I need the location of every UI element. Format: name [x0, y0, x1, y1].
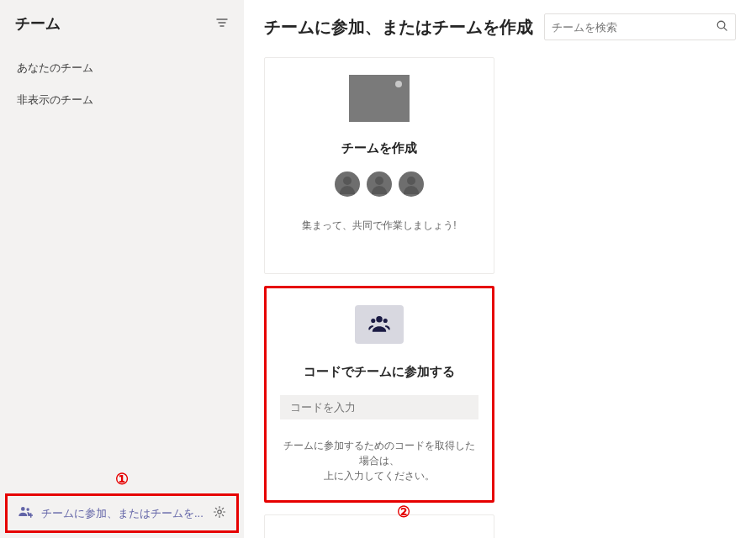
svg-point-2 — [218, 510, 221, 514]
main: チームに参加、またはチームを作成 チームを作成 集まって、共同で作業しま — [244, 0, 756, 538]
join-code-card-wrapper: コードでチームに参加する チームに参加するためのコードを取得した場合は、 上に入… — [264, 286, 494, 503]
filter-icon[interactable] — [215, 16, 229, 32]
join-code-title: コードでチームに参加する — [304, 364, 455, 380]
avatar — [335, 171, 360, 197]
search-icon — [716, 19, 728, 34]
svg-point-4 — [376, 316, 382, 322]
create-team-title: チームを作成 — [341, 140, 417, 156]
sidebar-item-hidden-teams[interactable]: 非表示のチーム — [7, 84, 237, 116]
avatar — [367, 171, 392, 197]
sidebar: チーム あなたのチーム 非表示のチーム ① — [0, 0, 244, 538]
join-code-description: チームに参加するためのコードを取得した場合は、 上に入力してください。 — [280, 438, 478, 483]
search-input[interactable] — [552, 21, 716, 34]
people-add-icon — [18, 504, 33, 522]
sidebar-item-label: あなたのチーム — [17, 61, 93, 74]
create-team-card[interactable]: チームを作成 集まって、共同で作業しましょう! — [264, 57, 494, 274]
sidebar-item-label: 非表示のチーム — [17, 93, 93, 106]
create-team-thumbnail — [349, 75, 410, 122]
join-create-team-button[interactable]: チームに参加、またはチームを... — [5, 493, 239, 533]
team-code-input[interactable] — [280, 395, 478, 419]
svg-point-1 — [26, 508, 29, 511]
join-code-card[interactable]: コードでチームに参加する チームに参加するためのコードを取得した場合は、 上に入… — [264, 286, 494, 503]
cards-row: チームを作成 集まって、共同で作業しましょう! — [264, 57, 736, 538]
sidebar-item-your-teams[interactable]: あなたのチーム — [7, 52, 237, 84]
svg-point-0 — [21, 507, 25, 511]
team-icon-tile — [355, 305, 404, 344]
main-header: チームに参加、またはチームを作成 — [264, 13, 736, 40]
join-create-team-label: チームに参加、またはチームを... — [41, 506, 204, 521]
team-card-placeholder[interactable] — [264, 514, 494, 538]
annotation-marker-1: ① — [115, 470, 129, 488]
svg-point-6 — [383, 319, 388, 323]
svg-point-5 — [371, 319, 375, 323]
sidebar-bottom: ① チームに参加、またはチームを... — [0, 493, 244, 538]
gear-icon[interactable] — [213, 505, 226, 521]
page-title: チームに参加、またはチームを作成 — [264, 16, 533, 39]
people-icon — [367, 312, 391, 338]
sidebar-title: チーム — [15, 13, 61, 34]
annotation-marker-2: ② — [397, 503, 410, 521]
sidebar-list: あなたのチーム 非表示のチーム — [0, 44, 244, 124]
avatar — [399, 171, 424, 197]
search-box[interactable] — [544, 13, 736, 40]
avatar-row — [335, 171, 424, 197]
sidebar-header: チーム — [0, 0, 244, 44]
create-team-description: 集まって、共同で作業しましょう! — [302, 219, 456, 233]
